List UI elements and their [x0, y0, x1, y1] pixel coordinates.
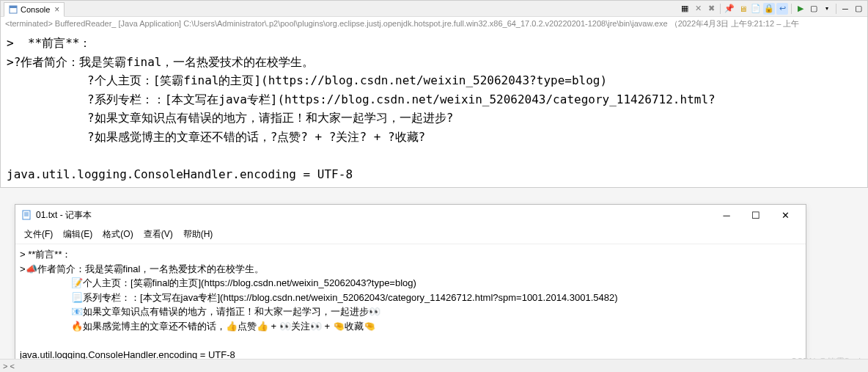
tab-label: Console [21, 5, 50, 14]
notepad-content[interactable]: > **前言**： >📣作者简介：我是笑霸final，一名热爱技术的在校学生。 … [15, 244, 806, 365]
output-line: ?如果文章知识点有错误的地方，请指正！和大家一起学习，一起进步? [7, 109, 861, 128]
output-line: ?如果感觉博主的文章还不错的话，?点赞? + ?关注? + ?收藏? [7, 128, 861, 147]
menu-view[interactable]: 查看(V) [139, 227, 177, 242]
svg-rect-2 [23, 211, 30, 219]
maximize-button[interactable]: ☐ [741, 205, 770, 225]
svg-rect-1 [10, 6, 17, 8]
output-line: >?作者简介：我是笑霸final，一名热爱技术的在校学生。 [7, 53, 861, 72]
console-icon [9, 5, 18, 14]
notepad-titlebar[interactable]: 01.txt - 记事本 ─ ☐ ✕ [15, 205, 806, 225]
output-line: ?系列专栏：：[本文写在java专栏](https://blog.csdn.ne… [7, 90, 861, 109]
output-line: java.util.logging.ConsoleHandler.encodin… [7, 165, 861, 184]
text-line [20, 333, 801, 348]
menu-format[interactable]: 格式(O) [98, 227, 137, 242]
clear-icon[interactable]: 📄 [750, 3, 762, 15]
separator [791, 4, 792, 14]
console-toolbar: ▦ ✕ ✖ 📌 🖥 📄 🔒 ↩ ▶ ▢ ▾ ─ ▢ [679, 3, 864, 15]
notepad-window: 01.txt - 记事本 ─ ☐ ✕ 文件(F) 编辑(E) 格式(O) 查看(… [15, 204, 806, 362]
close-button[interactable]: ✕ [770, 205, 800, 225]
scroll-lock-icon[interactable]: 🔒 [763, 3, 775, 15]
display-icon[interactable]: 🖥 [737, 3, 749, 15]
maximize-icon[interactable]: ▢ [853, 3, 864, 15]
text-line: >📣作者简介：我是笑霸final，一名热爱技术的在校学生。 [20, 262, 801, 277]
text-line: 📧如果文章知识点有错误的地方，请指正！和大家一起学习，一起进步👀 [20, 304, 801, 319]
menu-file[interactable]: 文件(F) [20, 227, 57, 242]
bottom-indicator: > < [3, 362, 15, 371]
dropdown-icon[interactable]: ▾ [821, 3, 833, 15]
text-line: 📝个人主页：[笑霸final的主页](https://blog.csdn.net… [20, 276, 801, 291]
output-line: > **前言**： [7, 34, 861, 53]
text-line: > **前言**： [20, 247, 801, 262]
output-line [7, 147, 861, 166]
notepad-title: 01.txt - 记事本 [36, 209, 712, 222]
notepad-menubar: 文件(F) 编辑(E) 格式(O) 查看(V) 帮助(H) [15, 225, 806, 244]
console-tab[interactable]: Console × [4, 2, 65, 17]
console-panel: Console × ▦ ✕ ✖ 📌 🖥 📄 🔒 ↩ ▶ ▢ ▾ ─ ▢ <ter… [0, 0, 868, 188]
close-icon[interactable]: × [54, 4, 59, 15]
menu-edit[interactable]: 编辑(E) [59, 227, 97, 242]
separator [836, 4, 836, 14]
word-wrap-icon[interactable]: ↩ [776, 3, 788, 15]
pin-icon[interactable]: 📌 [724, 3, 735, 15]
text-line: 🔥如果感觉博主的文章还不错的话，👍点赞👍 + 👀关注👀 + 🤏收藏🤏 [20, 319, 801, 334]
text-line: 📃系列专栏：：[本文写在java专栏](https://blog.csdn.ne… [20, 291, 801, 305]
minimize-button[interactable]: ─ [712, 205, 741, 225]
remove-icon[interactable]: ✕ [692, 3, 704, 15]
terminated-status: <terminated> BufferedReader_ [Java Appli… [1, 17, 867, 31]
grid-icon[interactable]: ▦ [679, 3, 691, 15]
terminate-icon[interactable]: ▶ [795, 3, 806, 15]
separator [720, 4, 721, 14]
notepad-icon [21, 210, 32, 220]
menu-help[interactable]: 帮助(H) [179, 227, 218, 242]
open-console-icon[interactable]: ▢ [808, 3, 820, 15]
console-header: Console × ▦ ✕ ✖ 📌 🖥 📄 🔒 ↩ ▶ ▢ ▾ ─ ▢ [1, 1, 867, 17]
bottom-bar: > < [0, 359, 868, 372]
output-line: ?个人主页：[笑霸final的主页](https://blog.csdn.net… [7, 71, 861, 90]
console-output[interactable]: > **前言**： >?作者简介：我是笑霸final，一名热爱技术的在校学生。 … [1, 31, 867, 187]
remove-all-icon[interactable]: ✖ [705, 3, 717, 15]
minimize-icon[interactable]: ─ [839, 3, 851, 15]
